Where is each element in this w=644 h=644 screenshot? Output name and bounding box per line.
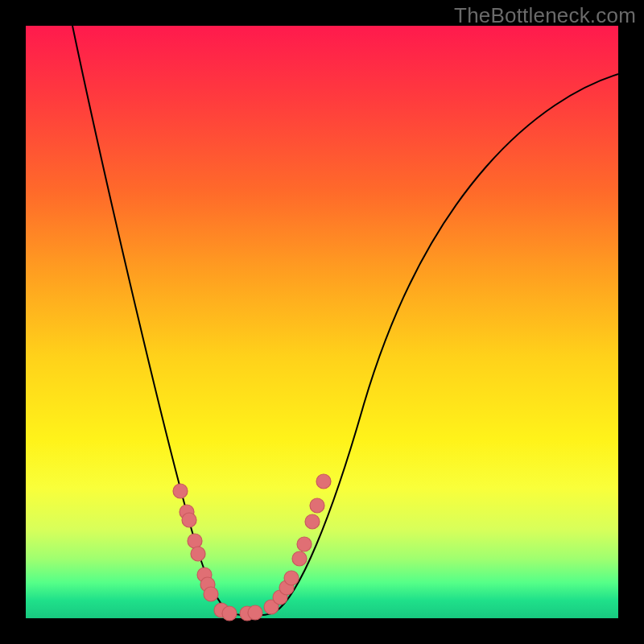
dot-left-7 (204, 587, 218, 601)
dot-right-7 (297, 537, 312, 551)
dot-left-3 (188, 534, 202, 548)
dot-right-1 (248, 605, 262, 620)
dot-right-10 (316, 474, 331, 489)
dot-left-4 (191, 547, 205, 561)
chart-frame: TheBottleneck.com (0, 0, 644, 644)
dot-left-9 (222, 606, 237, 621)
plot-area (26, 26, 618, 618)
dot-right-8 (305, 514, 320, 529)
dot-right-6 (292, 551, 307, 566)
dot-left-2 (182, 513, 196, 527)
watermark-text: TheBottleneck.com (454, 3, 636, 28)
bottleneck-curve (72, 26, 618, 616)
chart-svg (26, 26, 618, 618)
dot-left-0 (173, 484, 188, 498)
dot-right-9 (310, 498, 324, 513)
dot-right-5 (284, 571, 299, 585)
